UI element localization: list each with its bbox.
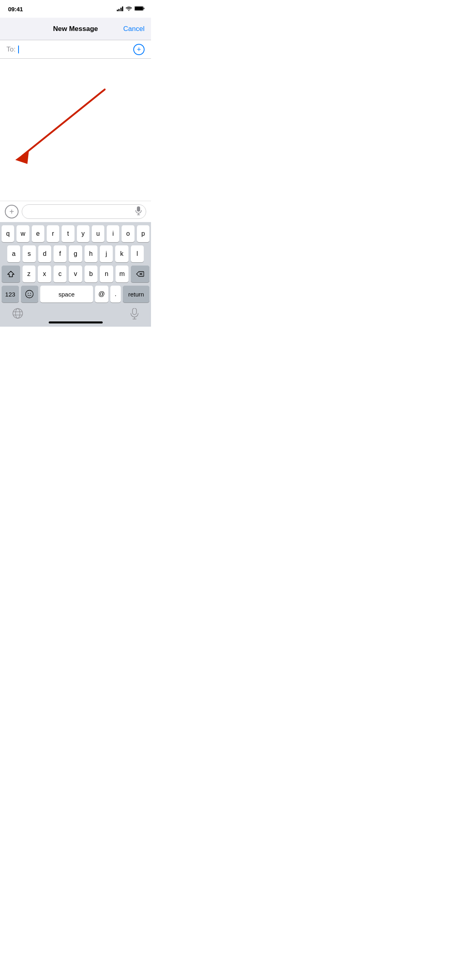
key-p[interactable]: p <box>137 225 149 242</box>
key-c[interactable]: c <box>54 266 67 282</box>
to-field[interactable]: To: + <box>0 40 151 59</box>
keyboard-row-3: z x c v b n m <box>0 266 151 282</box>
signal-icon <box>117 6 124 11</box>
key-e[interactable]: e <box>32 225 44 242</box>
svg-point-12 <box>28 293 29 294</box>
nav-bar: New Message Cancel <box>0 18 151 40</box>
svg-point-14 <box>13 309 23 318</box>
delete-key[interactable] <box>131 266 149 282</box>
text-cursor <box>18 45 19 54</box>
svg-rect-6 <box>137 206 140 212</box>
key-z[interactable]: z <box>23 266 36 282</box>
space-key[interactable]: space <box>40 286 93 303</box>
key-t[interactable]: t <box>62 225 74 242</box>
key-s[interactable]: s <box>23 245 35 262</box>
key-h[interactable]: h <box>85 245 97 262</box>
svg-point-0 <box>128 10 129 11</box>
svg-rect-2 <box>135 7 143 10</box>
annotation-arrow <box>0 59 151 201</box>
return-key[interactable]: return <box>123 286 149 303</box>
key-a[interactable]: a <box>7 245 20 262</box>
wifi-icon <box>126 5 132 12</box>
plus-icon: + <box>9 207 14 216</box>
at-key[interactable]: @ <box>95 286 108 303</box>
nav-title: New Message <box>53 25 98 33</box>
key-j[interactable]: j <box>100 245 113 262</box>
svg-rect-18 <box>132 308 137 315</box>
body-and-input: + <box>0 59 151 222</box>
key-i[interactable]: i <box>107 225 119 242</box>
keyboard-row-2: a s d f g h j k l <box>0 245 151 262</box>
number-key[interactable]: 123 <box>2 286 19 303</box>
key-d[interactable]: d <box>38 245 51 262</box>
shift-key[interactable] <box>2 266 20 282</box>
key-m[interactable]: m <box>116 266 129 282</box>
svg-rect-3 <box>144 8 145 9</box>
cancel-button[interactable]: Cancel <box>123 25 145 33</box>
key-y[interactable]: y <box>77 225 89 242</box>
to-label: To: <box>6 45 16 54</box>
key-n[interactable]: n <box>100 266 113 282</box>
bottom-bar <box>0 306 151 327</box>
key-f[interactable]: f <box>54 245 66 262</box>
key-k[interactable]: k <box>115 245 128 262</box>
content-area: New Message Cancel To: + <box>0 18 151 327</box>
to-input[interactable] <box>18 45 133 54</box>
key-b[interactable]: b <box>85 266 98 282</box>
svg-marker-5 <box>15 150 29 164</box>
key-u[interactable]: u <box>92 225 104 242</box>
svg-line-4 <box>22 90 105 156</box>
key-r[interactable]: r <box>47 225 59 242</box>
add-recipient-button[interactable]: + <box>133 44 145 55</box>
key-q[interactable]: q <box>2 225 14 242</box>
svg-point-13 <box>30 293 31 294</box>
microphone-button[interactable] <box>135 206 142 217</box>
home-indicator <box>49 321 103 323</box>
keyboard-row-1: q w e r t y u i o p <box>0 225 151 242</box>
keyboard-row-4: 123 space @ . return <box>0 286 151 303</box>
svg-point-15 <box>16 309 20 318</box>
globe-icon[interactable] <box>12 308 23 322</box>
status-time: 09:41 <box>8 6 23 12</box>
microphone-bottom-icon[interactable] <box>130 308 139 321</box>
message-input-bar: + <box>0 201 151 222</box>
plus-icon: + <box>137 46 141 53</box>
svg-point-11 <box>26 290 33 298</box>
status-icons <box>117 5 145 12</box>
key-o[interactable]: o <box>122 225 134 242</box>
battery-icon <box>134 5 145 12</box>
key-l[interactable]: l <box>131 245 144 262</box>
message-body[interactable] <box>0 59 151 201</box>
key-w[interactable]: w <box>17 225 29 242</box>
emoji-key[interactable] <box>21 286 38 303</box>
add-attachment-button[interactable]: + <box>5 205 19 218</box>
status-bar: 09:41 <box>0 0 151 18</box>
key-v[interactable]: v <box>69 266 82 282</box>
key-x[interactable]: x <box>38 266 51 282</box>
period-key[interactable]: . <box>110 286 121 303</box>
keyboard: q w e r t y u i o p a s d f g h j k l <box>0 222 151 327</box>
key-g[interactable]: g <box>69 245 82 262</box>
message-text-input[interactable] <box>22 204 146 219</box>
